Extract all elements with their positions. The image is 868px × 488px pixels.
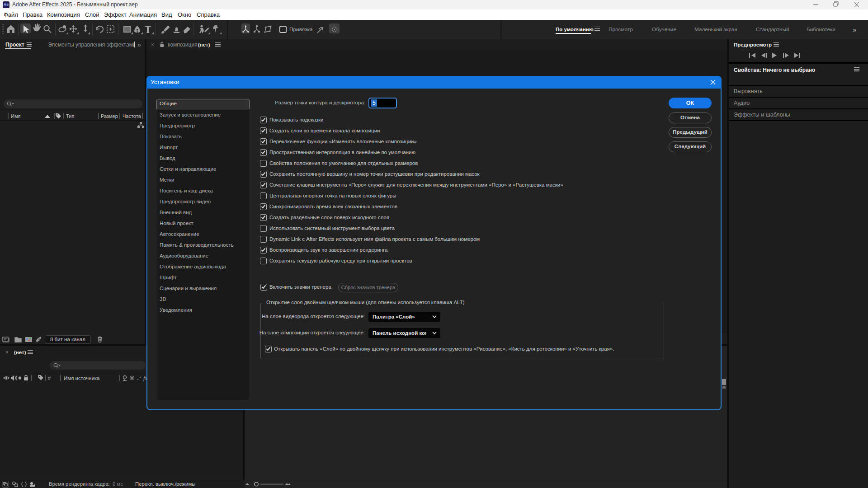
svg-text:#: #: [48, 375, 51, 381]
svg-text:Имя источника: Имя источника: [64, 375, 100, 381]
